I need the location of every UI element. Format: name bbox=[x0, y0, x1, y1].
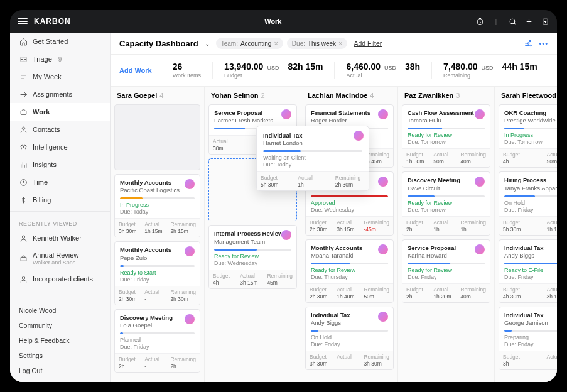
progress-track bbox=[120, 197, 195, 199]
column-count: 4 bbox=[370, 92, 374, 99]
card-metric: Remaining-45m bbox=[360, 217, 393, 235]
card-title: Individual Tax bbox=[263, 132, 362, 139]
sidebar-item-my-week[interactable]: My Week bbox=[10, 68, 110, 85]
remove-filter-icon[interactable]: × bbox=[274, 40, 278, 47]
stat-value: 7,480.00 bbox=[443, 61, 478, 72]
work-card[interactable]: Discovery MeetingDave CircuitReady for R… bbox=[402, 172, 490, 235]
work-card[interactable]: Cash Flow AssessmentTamara HuluReady for… bbox=[402, 104, 490, 168]
column-header: Sarah Fleetwood4 bbox=[495, 87, 557, 104]
work-card[interactable]: Service ProposalKarina HowardReady for R… bbox=[402, 239, 490, 303]
work-card[interactable]: OKR CoachingPrestige WorldwideIn Progres… bbox=[499, 104, 557, 168]
sidebar-item-insights[interactable]: Insights bbox=[10, 156, 110, 173]
card-due: Due: Today bbox=[263, 161, 362, 168]
recent-label: Kenneth Walker bbox=[33, 234, 82, 242]
card-metric: Remaining50m bbox=[360, 284, 393, 302]
work-card[interactable]: Individual TaxGeorge JamisonPreparingDue… bbox=[499, 307, 557, 370]
work-card[interactable]: Individual TaxAndy BiggsReady to E-FileD… bbox=[499, 239, 557, 303]
card-subtitle: Prestige Worldwide bbox=[504, 117, 557, 124]
timer-icon[interactable] bbox=[475, 17, 484, 26]
filter-chip[interactable]: Due:This week× bbox=[287, 38, 348, 49]
progress-track bbox=[311, 195, 388, 197]
bottom-nav-help-feedback[interactable]: Help & Feedback bbox=[10, 333, 110, 348]
more-options-icon[interactable]: ••• bbox=[539, 40, 548, 47]
column-header: Yohan Seimon2 bbox=[205, 87, 301, 104]
sidebar-item-label: Work bbox=[33, 108, 50, 116]
card-metric: Budget3h bbox=[499, 351, 543, 369]
card-title: Discovery Meeting bbox=[408, 177, 485, 183]
hamburger-menu-icon[interactable] bbox=[18, 18, 28, 24]
person-icon bbox=[19, 234, 28, 242]
card-subtitle: Roger Horder bbox=[311, 117, 388, 124]
card-due: Due: Tomorrow bbox=[408, 207, 485, 213]
column-name: Sarah Fleetwood bbox=[501, 92, 556, 99]
card-title: Individual Tax bbox=[504, 244, 557, 251]
chevron-down-icon[interactable]: ⌄ bbox=[205, 40, 210, 47]
card-metrics: Budget4hActual50m bbox=[499, 148, 557, 167]
progress-track bbox=[311, 330, 388, 332]
card-metrics: Budget2h 30mActual-Remaining2h 30m bbox=[115, 286, 200, 305]
column-count: 2 bbox=[261, 92, 265, 99]
progress-track bbox=[408, 263, 485, 264]
stat-value: 26 bbox=[173, 61, 183, 72]
work-card[interactable]: Monthly AccountsPacific Coast LogisticsI… bbox=[114, 174, 200, 237]
card-metric: Remaining2h 15m bbox=[166, 219, 200, 237]
filter-chip[interactable]: Team:Accounting× bbox=[216, 38, 283, 49]
work-card[interactable]: Individual TaxAndy BiggsOn HoldDue: Frid… bbox=[305, 307, 394, 370]
card-subtitle: George Jamison bbox=[504, 319, 557, 326]
sidebar-item-intelligence[interactable]: Intelligence bbox=[10, 138, 110, 156]
filter-sliders-icon[interactable] bbox=[524, 39, 532, 48]
recent-item[interactable]: Incorporated clients bbox=[10, 270, 110, 288]
card-subtitle: Lola Goepel bbox=[120, 322, 195, 329]
card-subtitle: Moana Taranaki bbox=[311, 252, 388, 259]
card-metrics: Budget3h 30mActual1h 15mRemaining2h 15m bbox=[115, 218, 200, 237]
bottom-nav-log-out[interactable]: Log Out bbox=[10, 363, 110, 378]
page-title: Work bbox=[71, 18, 475, 25]
card-due: Due: Wednesday bbox=[311, 207, 388, 213]
card-metric: Actual- bbox=[333, 351, 360, 369]
progress-track bbox=[504, 263, 557, 264]
sidebar-item-label: Contacts bbox=[33, 126, 60, 133]
column-header: Sara Goepel4 bbox=[111, 87, 204, 104]
bottom-nav-settings[interactable]: Settings bbox=[10, 348, 110, 363]
sidebar-item-triage[interactable]: Triage9 bbox=[10, 50, 110, 68]
work-card[interactable]: Hiring ProcessTanya Franks ApparelOn Hol… bbox=[499, 172, 557, 235]
card-title: Discovery Meeting bbox=[120, 314, 195, 321]
sidebar-item-time[interactable]: Time bbox=[10, 173, 110, 191]
progress-track bbox=[408, 128, 485, 129]
work-card[interactable]: Discovery MeetingLola GoepelPlannedDue: … bbox=[114, 309, 200, 373]
work-card[interactable]: Monthly AccountsPepe ZuloReady to StartD… bbox=[114, 241, 200, 305]
bottom-nav-nicole-wood[interactable]: Nicole Wood bbox=[10, 303, 110, 318]
column-name: Yohan Seimon bbox=[211, 92, 259, 99]
card-due: Due: Wednesday bbox=[214, 260, 291, 266]
sidebar-item-work[interactable]: Work bbox=[10, 103, 110, 121]
progress-track bbox=[408, 195, 485, 197]
card-subtitle: Farmer Fresh Markets bbox=[214, 117, 291, 124]
sidebar-item-contacts[interactable]: Contacts bbox=[10, 121, 110, 138]
add-filter-link[interactable]: Add Filter bbox=[354, 40, 382, 47]
svg-point-11 bbox=[22, 276, 24, 279]
avatar bbox=[378, 312, 388, 322]
avatar bbox=[378, 109, 388, 119]
card-metrics: Budget2hActual1h 20mRemaining40m bbox=[402, 283, 490, 302]
recent-item[interactable]: Annual ReviewWalker and Sons bbox=[10, 247, 110, 270]
card-popover[interactable]: Individual Tax Harriet London Waiting on… bbox=[256, 126, 369, 191]
search-icon[interactable] bbox=[508, 17, 517, 26]
progress-track bbox=[504, 330, 557, 332]
recent-item[interactable]: Kenneth Walker bbox=[10, 229, 110, 247]
add-icon[interactable] bbox=[524, 17, 533, 26]
card-metric: Actual30m bbox=[209, 136, 253, 154]
work-card[interactable]: Internal Process ReviewManagement TeamRe… bbox=[208, 225, 297, 288]
summary-stat: 26Work Items bbox=[173, 61, 201, 80]
note-icon[interactable] bbox=[541, 17, 549, 26]
sidebar-item-billing[interactable]: Billing bbox=[10, 191, 110, 209]
remove-filter-icon[interactable]: × bbox=[338, 40, 342, 47]
sidebar-item-get-started[interactable]: Get Started bbox=[10, 33, 110, 50]
card-metrics: Budget4hActual3h 15mRemaining45m bbox=[209, 270, 296, 288]
card-metric: Remaining3h 30m bbox=[360, 351, 393, 369]
sidebar-item-assignments[interactable]: Assignments bbox=[10, 85, 110, 103]
card-due: Due: Tomorrow bbox=[408, 139, 485, 145]
stat-value: 6,460.00 bbox=[346, 61, 381, 72]
add-work-button[interactable]: Add Work bbox=[119, 67, 161, 74]
work-card[interactable]: Monthly AccountsMoana TaranakiReady for … bbox=[305, 239, 394, 303]
bottom-nav-community[interactable]: Community bbox=[10, 318, 110, 333]
